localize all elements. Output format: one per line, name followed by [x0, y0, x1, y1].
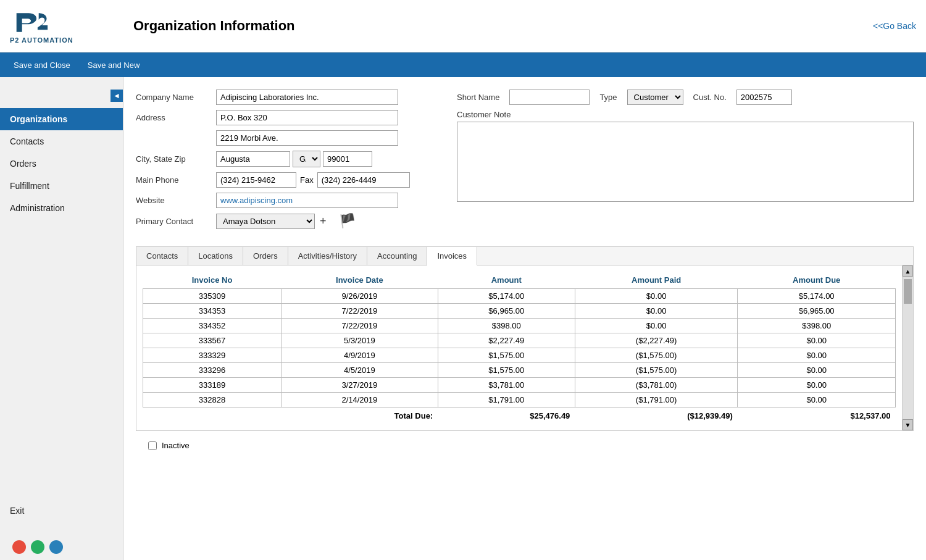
cell-date: 3/27/2019	[282, 378, 438, 393]
tabs-header: Contacts Locations Orders Activities/His…	[136, 247, 913, 265]
cell-invoice_no: 332828	[143, 393, 282, 407]
save-close-button[interactable]: Save and Close	[5, 57, 79, 73]
tab-locations[interactable]: Locations	[188, 247, 243, 265]
phone-label: Main Phone	[136, 175, 216, 185]
cell-amount: $3,781.00	[438, 378, 575, 393]
scrollbar-up-button[interactable]: ▲	[903, 265, 913, 277]
cell-due: $0.00	[738, 348, 896, 363]
sidebar: ◄ Organizations Contacts Orders Fulfillm…	[0, 77, 123, 560]
company-name-input[interactable]	[216, 90, 398, 105]
cell-paid: ($1,575.00)	[575, 348, 738, 363]
customer-note-textarea[interactable]	[457, 122, 914, 202]
col-invoice-date: Invoice Date	[282, 272, 438, 289]
cell-due: $0.00	[738, 363, 896, 378]
cell-invoice_no: 334352	[143, 319, 282, 333]
table-row[interactable]: 3353099/26/2019$5,174.00$0.00$5,174.00	[143, 289, 896, 304]
cell-due: $0.00	[738, 393, 896, 407]
table-row[interactable]: 3333294/9/2019$1,575.00($1,575.00)$0.00	[143, 348, 896, 363]
col-invoice-no: Invoice No	[143, 272, 282, 289]
traffic-light-red	[12, 540, 26, 554]
sidebar-item-exit[interactable]: Exit	[0, 499, 123, 522]
primary-contact-row: Primary Contact Amaya Dotson + 🏴	[136, 213, 444, 229]
zip-input[interactable]	[323, 151, 372, 167]
traffic-light-green	[31, 540, 44, 554]
cell-due: $398.00	[738, 319, 896, 333]
p2-logo-icon	[10, 9, 53, 36]
address-label: Address	[136, 113, 216, 122]
address1-input[interactable]	[216, 110, 398, 125]
scrollbar-track	[903, 277, 913, 419]
cust-no-input[interactable]	[736, 90, 792, 105]
state-select[interactable]: GA	[293, 151, 320, 167]
type-select[interactable]: Customer Vendor	[627, 90, 683, 105]
cell-date: 4/9/2019	[282, 348, 438, 363]
sidebar-toggle[interactable]: ◄	[111, 90, 123, 102]
city-state-zip-label: City, State Zip	[136, 154, 216, 164]
sidebar-spacer	[0, 219, 123, 499]
total-due: $12,537.00	[738, 407, 896, 425]
cell-invoice_no: 333296	[143, 363, 282, 378]
inactive-checkbox[interactable]	[148, 441, 157, 450]
tab-orders[interactable]: Orders	[243, 247, 288, 265]
table-row[interactable]: 3332964/5/2019$1,575.00($1,575.00)$0.00	[143, 363, 896, 378]
cell-paid: ($3,781.00)	[575, 378, 738, 393]
sidebar-item-organizations[interactable]: Organizations	[0, 108, 123, 130]
primary-contact-select[interactable]: Amaya Dotson	[216, 214, 315, 229]
cell-paid: $0.00	[575, 304, 738, 319]
cust-no-label: Cust. No.	[693, 93, 727, 102]
table-row[interactable]: 3343537/22/2019$6,965.00$0.00$6,965.00	[143, 304, 896, 319]
flag-icon[interactable]: 🏴	[339, 213, 356, 229]
phone-input[interactable]	[216, 172, 296, 188]
address2-row	[136, 130, 444, 146]
invoices-content: Invoice No Invoice Date Amount Amount Pa…	[136, 265, 913, 430]
cell-amount: $1,791.00	[438, 393, 575, 407]
website-input[interactable]	[216, 193, 398, 208]
cell-date: 2/14/2019	[282, 393, 438, 407]
sidebar-item-fulfillment[interactable]: Fulfillment	[0, 175, 123, 197]
table-row[interactable]: 3335675/3/2019$2,227.49($2,227.49)$0.00	[143, 333, 896, 348]
table-row[interactable]: 3331893/27/2019$3,781.00($3,781.00)$0.00	[143, 378, 896, 393]
total-row: Total Due:$25,476.49($12,939.49)$12,537.…	[143, 407, 896, 425]
content-area: Company Name Address City, State Zip	[123, 77, 926, 560]
customer-note-section: Customer Note	[457, 110, 914, 204]
right-header-row: Short Name Type Customer Vendor Cust. No…	[457, 90, 914, 105]
tab-activities[interactable]: Activities/History	[288, 247, 367, 265]
total-paid: ($12,939.49)	[575, 407, 738, 425]
fax-input[interactable]	[317, 172, 410, 188]
cell-invoice_no: 335309	[143, 289, 282, 304]
type-label: Type	[599, 93, 617, 102]
invoices-header-row: Invoice No Invoice Date Amount Amount Pa…	[143, 272, 896, 289]
cell-date: 5/3/2019	[282, 333, 438, 348]
cell-amount: $1,575.00	[438, 348, 575, 363]
main-layout: ◄ Organizations Contacts Orders Fulfillm…	[0, 77, 926, 560]
city-input[interactable]	[216, 151, 290, 167]
sidebar-item-contacts[interactable]: Contacts	[0, 130, 123, 153]
sidebar-item-administration[interactable]: Administration	[0, 197, 123, 219]
cell-date: 9/26/2019	[282, 289, 438, 304]
col-amount-due: Amount Due	[738, 272, 896, 289]
company-name-row: Company Name	[136, 90, 444, 105]
add-contact-button[interactable]: +	[320, 215, 327, 228]
table-row[interactable]: 3328282/14/2019$1,791.00($1,791.00)$0.00	[143, 393, 896, 407]
cell-paid: ($1,575.00)	[575, 363, 738, 378]
tab-accounting[interactable]: Accounting	[367, 247, 427, 265]
tab-invoices[interactable]: Invoices	[427, 247, 477, 265]
short-name-label: Short Name	[457, 93, 499, 102]
scrollbar-down-button[interactable]: ▼	[903, 419, 913, 430]
cell-due: $5,174.00	[738, 289, 896, 304]
go-back-link[interactable]: <<Go Back	[873, 21, 916, 31]
table-row[interactable]: 3343527/22/2019$398.00$0.00$398.00	[143, 319, 896, 333]
short-name-input[interactable]	[509, 90, 590, 105]
traffic-light-blue	[49, 540, 63, 554]
scrollbar-thumb[interactable]	[904, 279, 912, 304]
inactive-label: Inactive	[162, 441, 190, 450]
save-new-button[interactable]: Save and New	[79, 57, 149, 73]
phone-row: Main Phone Fax	[136, 172, 444, 188]
cell-amount: $6,965.00	[438, 304, 575, 319]
tab-contacts[interactable]: Contacts	[136, 247, 188, 265]
cell-amount: $1,575.00	[438, 363, 575, 378]
sidebar-item-orders[interactable]: Orders	[0, 153, 123, 175]
address2-input[interactable]	[216, 130, 398, 146]
cell-invoice_no: 333329	[143, 348, 282, 363]
total-label: Total Due:	[143, 407, 438, 425]
